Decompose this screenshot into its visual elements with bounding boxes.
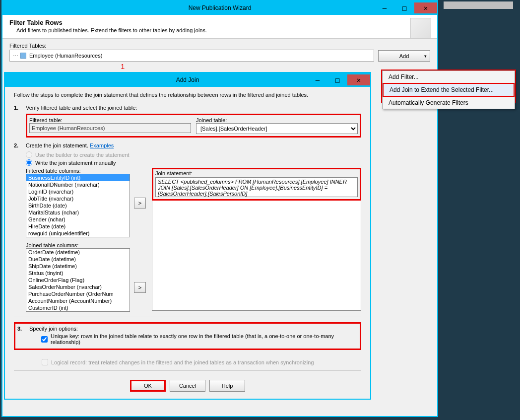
tree-expand-icon: ⋯ — [13, 53, 18, 59]
ok-button[interactable]: OK — [130, 380, 166, 392]
list-item[interactable]: AccountNumber (AccountNumber) — [26, 297, 130, 304]
wizard-glyph-icon — [410, 18, 431, 39]
step-1-text: Verify filtered table and select the joi… — [26, 105, 137, 111]
list-item[interactable]: DueDate (datetime) — [26, 256, 130, 263]
radio-manual-label: Write the join statement manually — [35, 160, 116, 166]
add-joined-col-button[interactable]: > — [134, 282, 146, 293]
joined-table-select[interactable]: [Sales].[SalesOrderHeader] — [196, 123, 358, 134]
join-stmt-text[interactable]: SELECT <published_columns> FROM [HumanRe… — [155, 177, 358, 197]
join-stmt-label: Join statement: — [155, 170, 358, 176]
list-item[interactable]: Gender (nchar) — [26, 216, 130, 223]
header-title: Filter Table Rows — [9, 19, 430, 26]
step-3-text: Specify join options: — [29, 326, 78, 332]
logical-record-checkbox — [42, 359, 48, 365]
list-item[interactable]: rowguid (uniqueidentifier) — [26, 230, 130, 237]
menu-add-join[interactable]: Add Join to Extend the Selected Filter..… — [383, 83, 515, 97]
window-title: New Publication Wizard — [2, 4, 437, 11]
list-item[interactable]: JobTitle (nvarchar) — [26, 195, 130, 202]
logical-record-label: Logical record: treat related changes in… — [51, 359, 314, 365]
list-item[interactable]: PurchaseOrderNumber (OrderNum — [26, 290, 130, 297]
filtered-table-input — [29, 123, 191, 133]
list-item[interactable]: LoginID (nvarchar) — [26, 188, 130, 195]
background-strip — [444, 1, 513, 9]
filtered-cols-list[interactable]: BusinessEntityID (int) NationalIDNumber … — [26, 174, 130, 237]
add-button[interactable]: Add — [378, 50, 430, 62]
unique-key-label: Unique key: rows in the joined table rel… — [51, 333, 358, 345]
radio-manual[interactable] — [26, 159, 32, 166]
joined-table-label: Joined table: — [196, 117, 358, 123]
add-dropdown-menu: Add Filter... Add Join to Extend the Sel… — [382, 70, 515, 109]
step-2-number: 2. — [14, 142, 26, 148]
step-2-text: Create the join statement. Examples — [26, 142, 114, 148]
inner-body: Follow the steps to complete the join st… — [5, 87, 370, 399]
list-item[interactable]: HireDate (date) — [26, 223, 130, 230]
joined-cols-label: Joined table columns: — [26, 242, 130, 248]
header-sub: Add filters to published tables. Extend … — [16, 27, 430, 33]
tree-item-label: Employee (HumanResources) — [29, 53, 102, 59]
radio-builder-label: Use the builder to create the statement — [35, 152, 130, 158]
list-item[interactable]: NationalIDNumber (nvarchar) — [26, 181, 130, 188]
list-item[interactable]: ShipDate (datetime) — [26, 263, 130, 270]
callout-1: 1 — [121, 62, 125, 70]
intro-text: Follow the steps to complete the join st… — [14, 92, 361, 98]
unique-key-checkbox[interactable] — [41, 336, 48, 343]
inner-titlebar[interactable]: Add Join — □ ✕ — [5, 73, 370, 87]
examples-link[interactable]: Examples — [90, 142, 114, 148]
step-3-number: 3. — [17, 326, 29, 332]
list-item[interactable]: OnlineOrderFlag (Flag) — [26, 277, 130, 283]
list-item[interactable]: SalesPersonID (int) — [26, 311, 130, 312]
joined-cols-list[interactable]: OrderDate (datetime) DueDate (datetime) … — [26, 248, 130, 312]
list-item[interactable]: BusinessEntityID (int) — [26, 174, 130, 181]
table-icon — [20, 53, 26, 59]
list-item[interactable]: CustomerID (int) — [26, 304, 130, 311]
wizard-header: Filter Table Rows Add filters to publish… — [2, 15, 437, 39]
list-item[interactable]: OrderDate (datetime) — [26, 249, 130, 256]
step-1-number: 1. — [14, 105, 26, 111]
add-button-label: Add — [399, 53, 409, 59]
menu-auto-generate[interactable]: Automatically Generate Filters — [383, 97, 515, 109]
menu-add-filter[interactable]: Add Filter... — [383, 71, 515, 83]
list-item[interactable]: SalesOrderNumber (nvarchar) — [26, 283, 130, 290]
join-stmt-extra[interactable] — [152, 201, 361, 311]
add-join-dialog: Add Join — □ ✕ Follow the steps to compl… — [4, 72, 371, 400]
cancel-button[interactable]: Cancel — [170, 380, 205, 392]
help-button[interactable]: Help — [209, 380, 245, 392]
titlebar[interactable]: New Publication Wizard — □ ✕ — [2, 1, 437, 15]
filtered-cols-label: Filtered table columns: — [26, 168, 130, 174]
list-item[interactable]: BirthDate (date) — [26, 202, 130, 209]
inner-title: Add Join — [5, 76, 370, 83]
filtered-tables-tree[interactable]: ⋯ Employee (HumanResources) — [9, 50, 374, 62]
filtered-tables-label: Filtered Tables: — [9, 43, 430, 49]
add-filtered-col-button[interactable]: > — [134, 198, 146, 209]
radio-builder — [26, 151, 32, 158]
list-item[interactable]: MaritalStatus (nchar) — [26, 209, 130, 216]
list-item[interactable]: Status (tinyint) — [26, 270, 130, 277]
filtered-table-label: Filtered table: — [29, 117, 191, 123]
